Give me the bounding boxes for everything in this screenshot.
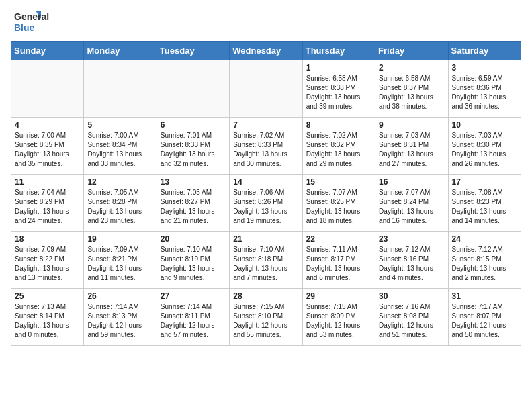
calendar-cell: 2Sunrise: 6:58 AM Sunset: 8:37 PM Daylig… — [375, 60, 448, 118]
week-row-1: 1Sunrise: 6:58 AM Sunset: 8:38 PM Daylig… — [11, 60, 521, 118]
day-number: 13 — [161, 177, 226, 187]
header: GeneralBlue — [11, 11, 521, 34]
calendar-cell: 5Sunrise: 7:00 AM Sunset: 8:34 PM Daylig… — [84, 118, 157, 175]
day-info: Sunrise: 7:03 AM Sunset: 8:30 PM Dayligh… — [452, 131, 517, 169]
day-number: 28 — [233, 291, 298, 301]
day-info: Sunrise: 7:01 AM Sunset: 8:33 PM Dayligh… — [161, 131, 226, 169]
day-number: 5 — [87, 120, 152, 130]
calendar-cell: 23Sunrise: 7:12 AM Sunset: 8:16 PM Dayli… — [375, 232, 448, 289]
week-row-3: 11Sunrise: 7:04 AM Sunset: 8:29 PM Dayli… — [11, 175, 521, 232]
calendar-header-sunday: Sunday — [11, 42, 84, 60]
day-number: 30 — [379, 291, 444, 301]
day-number: 29 — [306, 291, 371, 301]
day-number: 23 — [379, 234, 444, 244]
day-number: 4 — [15, 120, 80, 130]
day-number: 19 — [87, 234, 152, 244]
day-info: Sunrise: 7:11 AM Sunset: 8:17 PM Dayligh… — [306, 245, 371, 283]
day-number: 21 — [233, 234, 298, 244]
calendar-cell: 11Sunrise: 7:04 AM Sunset: 8:29 PM Dayli… — [11, 175, 84, 232]
day-info: Sunrise: 6:59 AM Sunset: 8:36 PM Dayligh… — [452, 74, 517, 111]
day-info: Sunrise: 7:14 AM Sunset: 8:11 PM Dayligh… — [161, 302, 226, 340]
day-number: 17 — [452, 177, 517, 187]
day-number: 24 — [452, 234, 517, 244]
day-info: Sunrise: 7:17 AM Sunset: 8:07 PM Dayligh… — [452, 302, 517, 340]
calendar-cell: 25Sunrise: 7:13 AM Sunset: 8:14 PM Dayli… — [11, 289, 84, 346]
day-info: Sunrise: 7:02 AM Sunset: 8:33 PM Dayligh… — [233, 131, 298, 169]
svg-text:Blue: Blue — [14, 22, 35, 33]
day-info: Sunrise: 7:16 AM Sunset: 8:08 PM Dayligh… — [379, 302, 444, 340]
day-info: Sunrise: 7:05 AM Sunset: 8:28 PM Dayligh… — [87, 188, 152, 226]
day-info: Sunrise: 7:13 AM Sunset: 8:14 PM Dayligh… — [15, 302, 80, 340]
day-number: 31 — [452, 291, 517, 301]
calendar-cell: 27Sunrise: 7:14 AM Sunset: 8:11 PM Dayli… — [157, 289, 229, 346]
day-info: Sunrise: 7:04 AM Sunset: 8:29 PM Dayligh… — [15, 188, 80, 226]
calendar-cell: 31Sunrise: 7:17 AM Sunset: 8:07 PM Dayli… — [448, 289, 521, 346]
calendar-cell: 3Sunrise: 6:59 AM Sunset: 8:36 PM Daylig… — [448, 60, 521, 118]
day-info: Sunrise: 6:58 AM Sunset: 8:37 PM Dayligh… — [379, 74, 444, 111]
calendar-cell: 30Sunrise: 7:16 AM Sunset: 8:08 PM Dayli… — [375, 289, 448, 346]
day-number: 18 — [15, 234, 80, 244]
week-row-2: 4Sunrise: 7:00 AM Sunset: 8:35 PM Daylig… — [11, 118, 521, 175]
calendar-header-friday: Friday — [375, 42, 448, 60]
day-info: Sunrise: 7:07 AM Sunset: 8:24 PM Dayligh… — [379, 188, 444, 226]
day-number: 15 — [306, 177, 371, 187]
day-number: 9 — [379, 120, 444, 130]
day-number: 6 — [161, 120, 226, 130]
calendar-header-tuesday: Tuesday — [157, 42, 229, 60]
calendar-cell: 20Sunrise: 7:10 AM Sunset: 8:19 PM Dayli… — [157, 232, 229, 289]
day-number: 22 — [306, 234, 371, 244]
calendar-cell — [157, 60, 229, 118]
calendar-cell: 12Sunrise: 7:05 AM Sunset: 8:28 PM Dayli… — [84, 175, 157, 232]
day-number: 8 — [306, 120, 371, 130]
day-info: Sunrise: 6:58 AM Sunset: 8:38 PM Dayligh… — [306, 74, 371, 111]
day-info: Sunrise: 7:07 AM Sunset: 8:25 PM Dayligh… — [306, 188, 371, 226]
calendar-cell: 4Sunrise: 7:00 AM Sunset: 8:35 PM Daylig… — [11, 118, 84, 175]
calendar-cell: 17Sunrise: 7:08 AM Sunset: 8:23 PM Dayli… — [448, 175, 521, 232]
logo: GeneralBlue — [11, 11, 58, 34]
day-info: Sunrise: 7:00 AM Sunset: 8:34 PM Dayligh… — [87, 131, 152, 169]
calendar-cell: 28Sunrise: 7:15 AM Sunset: 8:10 PM Dayli… — [230, 289, 302, 346]
day-info: Sunrise: 7:12 AM Sunset: 8:16 PM Dayligh… — [379, 245, 444, 283]
day-number: 3 — [452, 63, 517, 73]
day-info: Sunrise: 7:12 AM Sunset: 8:15 PM Dayligh… — [452, 245, 517, 283]
calendar-cell: 16Sunrise: 7:07 AM Sunset: 8:24 PM Dayli… — [375, 175, 448, 232]
logo-icon: GeneralBlue — [11, 11, 58, 34]
calendar-cell: 22Sunrise: 7:11 AM Sunset: 8:17 PM Dayli… — [302, 232, 375, 289]
day-number: 12 — [87, 177, 152, 187]
calendar-cell: 6Sunrise: 7:01 AM Sunset: 8:33 PM Daylig… — [157, 118, 229, 175]
calendar-cell: 18Sunrise: 7:09 AM Sunset: 8:22 PM Dayli… — [11, 232, 84, 289]
day-number: 1 — [306, 63, 371, 73]
day-number: 2 — [379, 63, 444, 73]
day-info: Sunrise: 7:09 AM Sunset: 8:21 PM Dayligh… — [87, 245, 152, 283]
day-number: 25 — [15, 291, 80, 301]
calendar-cell: 14Sunrise: 7:06 AM Sunset: 8:26 PM Dayli… — [230, 175, 302, 232]
day-info: Sunrise: 7:15 AM Sunset: 8:10 PM Dayligh… — [233, 302, 298, 340]
calendar-cell: 29Sunrise: 7:15 AM Sunset: 8:09 PM Dayli… — [302, 289, 375, 346]
calendar-cell: 19Sunrise: 7:09 AM Sunset: 8:21 PM Dayli… — [84, 232, 157, 289]
day-number: 16 — [379, 177, 444, 187]
day-number: 27 — [161, 291, 226, 301]
day-info: Sunrise: 7:05 AM Sunset: 8:27 PM Dayligh… — [161, 188, 226, 226]
calendar-table: SundayMondayTuesdayWednesdayThursdayFrid… — [11, 41, 521, 346]
svg-text:General: General — [14, 11, 49, 22]
day-number: 26 — [87, 291, 152, 301]
day-number: 14 — [233, 177, 298, 187]
calendar-cell — [11, 60, 84, 118]
calendar-cell: 13Sunrise: 7:05 AM Sunset: 8:27 PM Dayli… — [157, 175, 229, 232]
day-info: Sunrise: 7:03 AM Sunset: 8:31 PM Dayligh… — [379, 131, 444, 169]
day-info: Sunrise: 7:02 AM Sunset: 8:32 PM Dayligh… — [306, 131, 371, 169]
day-info: Sunrise: 7:08 AM Sunset: 8:23 PM Dayligh… — [452, 188, 517, 226]
calendar-cell — [230, 60, 302, 118]
calendar-header-wednesday: Wednesday — [230, 42, 302, 60]
calendar-cell: 24Sunrise: 7:12 AM Sunset: 8:15 PM Dayli… — [448, 232, 521, 289]
calendar-cell: 26Sunrise: 7:14 AM Sunset: 8:13 PM Dayli… — [84, 289, 157, 346]
day-info: Sunrise: 7:10 AM Sunset: 8:18 PM Dayligh… — [233, 245, 298, 283]
day-info: Sunrise: 7:00 AM Sunset: 8:35 PM Dayligh… — [15, 131, 80, 169]
calendar-header-saturday: Saturday — [448, 42, 521, 60]
day-info: Sunrise: 7:14 AM Sunset: 8:13 PM Dayligh… — [87, 302, 152, 340]
week-row-5: 25Sunrise: 7:13 AM Sunset: 8:14 PM Dayli… — [11, 289, 521, 346]
calendar-header-monday: Monday — [84, 42, 157, 60]
day-number: 11 — [15, 177, 80, 187]
day-info: Sunrise: 7:09 AM Sunset: 8:22 PM Dayligh… — [15, 245, 80, 283]
day-info: Sunrise: 7:06 AM Sunset: 8:26 PM Dayligh… — [233, 188, 298, 226]
